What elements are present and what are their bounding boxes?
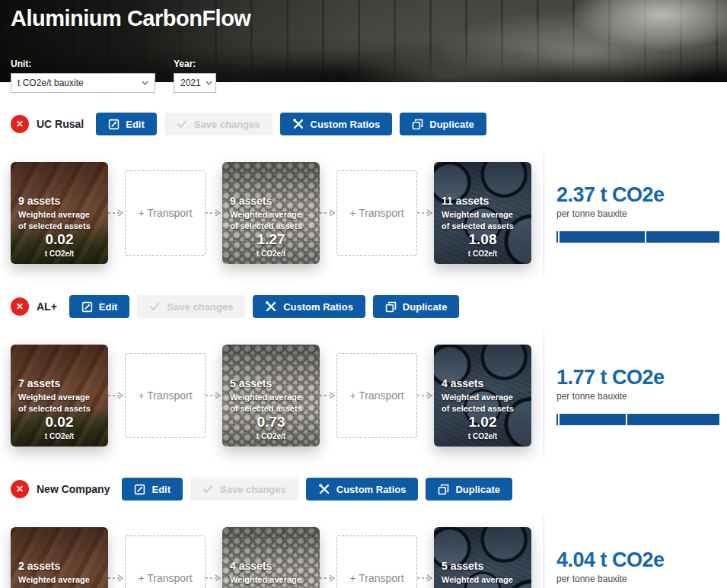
stage-assets-count: 5 assets xyxy=(442,560,524,572)
stage-card-alumina[interactable]: 9 assets Weighted average of selected as… xyxy=(222,162,320,264)
add-transport-button[interactable]: + Transport xyxy=(125,170,206,256)
chevron-down-icon xyxy=(206,81,212,85)
vertical-divider xyxy=(544,516,544,588)
company-section-uc-rusal: ✕ UC Rusal Edit Save changes Custom Rati… xyxy=(11,113,716,275)
stage-card-bauxite-mine[interactable]: 9 assets Weighted average of selected as… xyxy=(11,162,108,264)
duplicate-label: Duplicate xyxy=(429,119,474,130)
unit-select[interactable]: t CO2e/t bauxite xyxy=(11,73,155,93)
company-toolbar: ✕ UC Rusal Edit Save changes Custom Rati… xyxy=(11,113,716,135)
emissions-stacked-bar xyxy=(556,231,716,243)
add-transport-button[interactable]: + Transport xyxy=(336,170,417,256)
delete-icon: ✕ xyxy=(16,302,24,311)
transport-label: + Transport xyxy=(138,207,192,219)
stage-emission-unit: t CO2e/t xyxy=(222,432,320,440)
emissions-stacked-bar xyxy=(556,414,716,425)
total-emissions-block: 1.77 t CO2e per tonne bauxite xyxy=(556,366,716,425)
add-transport-button[interactable]: + Transport xyxy=(336,536,417,588)
duplicate-label: Duplicate xyxy=(455,484,500,495)
unit-label: Unit: xyxy=(11,59,155,69)
year-select[interactable]: 2021 xyxy=(174,73,216,93)
delete-icon: ✕ xyxy=(16,485,24,494)
company-name: New Company xyxy=(37,483,110,495)
bar-segment xyxy=(560,414,626,425)
process-flow: 2 assets Weighted average of selected as… xyxy=(11,516,716,588)
stage-caption: Weighted average of selected assets xyxy=(442,392,519,414)
check-icon xyxy=(202,485,214,494)
stage-card-aluminium[interactable]: 5 assets Weighted average of selected as… xyxy=(434,527,531,588)
duplicate-button[interactable]: Duplicate xyxy=(400,113,486,135)
total-emissions-caption: per tonne bauxite xyxy=(556,574,716,584)
custom-ratios-button[interactable]: Custom Ratios xyxy=(253,295,365,318)
flow-arrow-icon xyxy=(108,208,125,218)
save-changes-button[interactable]: Save changes xyxy=(190,478,298,501)
edit-button[interactable]: Edit xyxy=(96,113,157,135)
tools-icon xyxy=(292,118,305,130)
stage-card-aluminium[interactable]: 11 assets Weighted average of selected a… xyxy=(434,162,531,264)
stage-caption: Weighted average of selected assets xyxy=(442,209,519,231)
edit-button[interactable]: Edit xyxy=(69,295,130,318)
duplicate-button[interactable]: Duplicate xyxy=(426,478,512,501)
filter-controls: Unit: t CO2e/t bauxite Year: 2021 xyxy=(11,59,216,93)
bar-segment xyxy=(646,231,719,243)
add-transport-button[interactable]: + Transport xyxy=(125,353,206,438)
copy-icon xyxy=(412,119,423,130)
stage-emission-unit: t CO2e/t xyxy=(434,432,531,440)
vertical-divider xyxy=(544,151,544,275)
stage-card-alumina[interactable]: 5 assets Weighted average of selected as… xyxy=(222,345,320,447)
stage-caption: Weighted average of selected assets xyxy=(230,209,308,231)
save-changes-label: Save changes xyxy=(167,301,233,313)
total-emissions-value: 4.04 t CO2e xyxy=(556,548,716,572)
remove-company-button[interactable]: ✕ xyxy=(11,297,29,316)
stage-assets-count: 9 assets xyxy=(18,195,100,207)
stage-caption: Weighted average of selected assets xyxy=(230,392,308,414)
year-label: Year: xyxy=(174,59,216,69)
stage-card-bauxite-mine[interactable]: 7 assets Weighted average of selected as… xyxy=(11,345,108,447)
add-transport-button[interactable]: + Transport xyxy=(125,536,206,588)
stage-emission-unit: t CO2e/t xyxy=(11,250,108,258)
flow-arrow-icon xyxy=(417,391,434,400)
flow-arrow-icon xyxy=(320,391,336,400)
save-changes-button[interactable]: Save changes xyxy=(164,113,273,135)
total-emissions-block: 4.04 t CO2e per tonne bauxite xyxy=(556,548,716,588)
company-name: UC Rusal xyxy=(37,118,84,130)
check-icon xyxy=(149,302,161,311)
stage-card-alumina[interactable]: 4 assets Weighted average of selected as… xyxy=(222,527,320,588)
custom-ratios-button[interactable]: Custom Ratios xyxy=(280,113,393,135)
total-emissions-value: 2.37 t CO2e xyxy=(556,183,716,207)
stage-assets-count: 2 assets xyxy=(18,560,100,572)
duplicate-button[interactable]: Duplicate xyxy=(373,295,460,318)
transport-label: + Transport xyxy=(349,389,403,402)
add-transport-button[interactable]: + Transport xyxy=(336,353,417,438)
remove-company-button[interactable]: ✕ xyxy=(11,480,29,498)
duplicate-label: Duplicate xyxy=(403,301,448,313)
edit-button-label: Edit xyxy=(99,301,118,313)
total-emissions-caption: per tonne bauxite xyxy=(556,391,716,402)
company-toolbar: ✕ AL+ Edit Save changes Custom Ratios Du… xyxy=(11,295,716,318)
stage-emission-unit: t CO2e/t xyxy=(11,432,108,440)
stage-emission-value: 1.27 xyxy=(222,231,320,248)
bar-segment xyxy=(556,231,558,243)
bar-segment xyxy=(627,414,719,425)
bar-segment xyxy=(560,231,646,243)
unit-select-value: t CO2e/t bauxite xyxy=(18,78,84,88)
tools-icon xyxy=(265,300,277,313)
flow-arrow-icon xyxy=(320,574,336,583)
total-emissions-value: 1.77 t CO2e xyxy=(556,366,716,389)
custom-ratios-label: Custom Ratios xyxy=(336,484,407,495)
stage-emission-value: 0.02 xyxy=(11,231,108,248)
save-changes-label: Save changes xyxy=(220,484,286,495)
stage-caption: Weighted average of selected assets xyxy=(442,574,519,588)
remove-company-button[interactable]: ✕ xyxy=(11,115,29,133)
stage-card-aluminium[interactable]: 4 assets Weighted average of selected as… xyxy=(434,345,531,447)
save-changes-button[interactable]: Save changes xyxy=(137,295,245,318)
flow-arrow-icon xyxy=(417,574,434,583)
flow-arrow-icon xyxy=(108,391,125,400)
flow-arrow-icon xyxy=(417,208,434,218)
stage-emission-unit: t CO2e/t xyxy=(222,250,320,258)
company-toolbar: ✕ New Company Edit Save changes Custom R… xyxy=(11,478,716,501)
edit-button[interactable]: Edit xyxy=(122,478,183,501)
stage-emission-value: 0.73 xyxy=(222,414,320,431)
tools-icon xyxy=(318,483,330,495)
stage-card-bauxite-mine[interactable]: 2 assets Weighted average of selected as… xyxy=(11,527,108,588)
custom-ratios-button[interactable]: Custom Ratios xyxy=(306,478,419,501)
